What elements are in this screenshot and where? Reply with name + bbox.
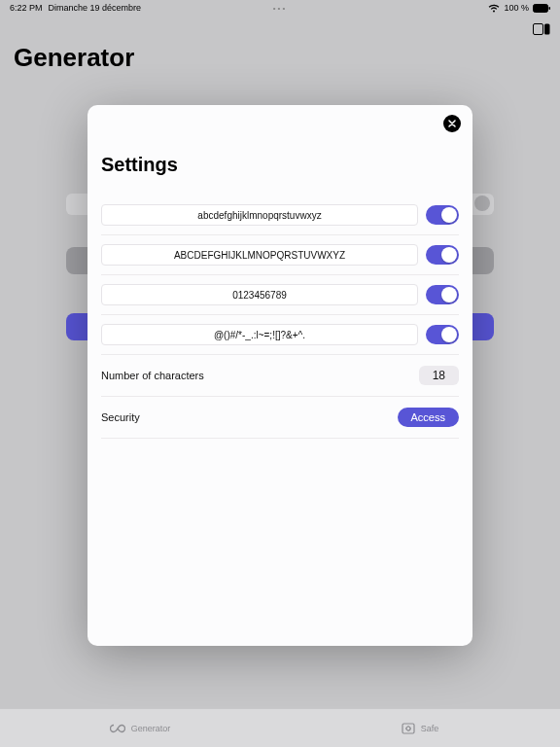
svg-rect-2 <box>534 24 543 35</box>
tab-safe-label: Safe <box>421 724 439 733</box>
charset-row-digits: 0123456789 <box>101 275 459 315</box>
svg-rect-1 <box>549 7 551 10</box>
charset-toggle-symbols[interactable] <box>426 325 459 344</box>
battery-icon <box>533 4 550 13</box>
wifi-icon <box>488 4 500 13</box>
security-row: Security Access <box>101 397 459 439</box>
charset-toggle-digits[interactable] <box>426 285 459 304</box>
svg-rect-3 <box>544 24 550 35</box>
security-access-button[interactable]: Access <box>398 408 459 427</box>
tab-safe[interactable]: Safe <box>280 709 560 747</box>
safe-icon <box>402 723 415 734</box>
modal-title: Settings <box>101 154 459 176</box>
settings-modal: Settings abcdefghijklmnopqrstuvwxyz ABCD… <box>88 105 472 646</box>
charset-row-lowercase: abcdefghijklmnopqrstuvwxyz <box>101 196 459 235</box>
multitask-icon[interactable] <box>533 21 550 39</box>
svg-point-5 <box>406 727 410 730</box>
svg-rect-4 <box>402 724 414 733</box>
bg-clear-icon[interactable] <box>474 196 490 211</box>
charset-field[interactable]: 0123456789 <box>101 284 418 305</box>
infinity-icon <box>110 724 125 733</box>
num-chars-value[interactable]: 18 <box>419 366 459 385</box>
tab-generator[interactable]: Generator <box>0 709 280 747</box>
status-dots: ••• <box>273 4 287 13</box>
battery-pct: 100 % <box>504 3 529 13</box>
close-icon <box>448 118 456 129</box>
page-title: Generator <box>14 43 134 73</box>
status-left: 6:22 PM Dimanche 19 décembre <box>10 3 141 13</box>
tab-generator-label: Generator <box>131 724 171 733</box>
charset-row-symbols: @()#/*-_.:l~=;![]?&+^. <box>101 315 459 355</box>
security-label: Security <box>101 411 140 423</box>
charset-field[interactable]: abcdefghijklmnopqrstuvwxyz <box>101 204 418 226</box>
charset-row-uppercase: ABCDEFGHIJKLMNOPQRSTUVWXYZ <box>101 235 459 275</box>
tab-bar: Generator Safe <box>0 708 560 747</box>
close-button[interactable] <box>443 115 461 132</box>
num-chars-label: Number of characters <box>101 370 204 381</box>
status-bar: 6:22 PM Dimanche 19 décembre ••• 100 % <box>0 0 560 16</box>
charset-field[interactable]: @()#/*-_.:l~=;![]?&+^. <box>101 324 418 345</box>
num-chars-row: Number of characters 18 <box>101 355 459 397</box>
status-date: Dimanche 19 décembre <box>49 3 142 13</box>
status-right: 100 % <box>488 3 550 13</box>
charset-toggle-uppercase[interactable] <box>426 245 459 265</box>
svg-rect-0 <box>534 4 548 12</box>
charset-toggle-lowercase[interactable] <box>426 205 459 225</box>
status-time: 6:22 PM <box>10 3 43 13</box>
charset-field[interactable]: ABCDEFGHIJKLMNOPQRSTUVWXYZ <box>101 244 418 266</box>
